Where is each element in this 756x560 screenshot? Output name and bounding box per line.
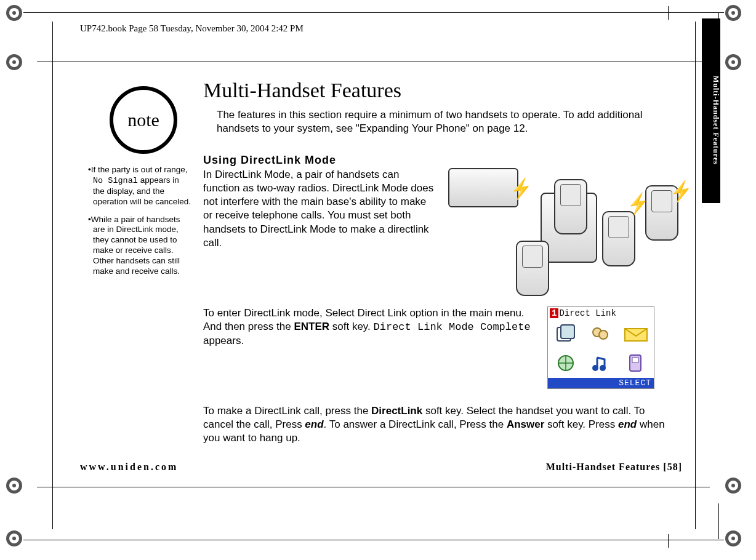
reg-mark-bl <box>6 530 22 546</box>
book-header: UP742.book Page 58 Tuesday, November 30,… <box>80 23 304 34</box>
note-text: If the party is out of range, <box>91 165 188 174</box>
phone-screen: 1Direct Link SELECT <box>547 306 654 389</box>
contacts-icon <box>583 319 618 349</box>
svg-point-3 <box>599 330 608 339</box>
section-heading: Using DirectLink Mode <box>203 154 671 167</box>
reg-mark-l2 <box>6 54 22 70</box>
svg-rect-9 <box>632 358 638 362</box>
note-item: •While a pair of handsets are in DirectL… <box>88 215 193 277</box>
paragraph: To enter DirectLink mode, Select Direct … <box>203 306 539 348</box>
side-tab: Multi-Handset Features <box>702 18 720 203</box>
crop-line <box>23 540 724 540</box>
reg-mark-br <box>725 530 741 546</box>
reg-mark-tr <box>725 5 741 21</box>
text: To make a DirectLink call, press the <box>203 405 371 417</box>
note-text: While a pair of handsets are in DirectLi… <box>91 215 180 276</box>
crop-line <box>695 22 696 529</box>
reg-mark-r3 <box>725 478 741 494</box>
text: appears. <box>203 335 244 346</box>
note-circle: note <box>110 86 177 154</box>
note-item: •If the party is out of range, No Signal… <box>88 165 193 207</box>
intro-paragraph: The features in this section require a m… <box>203 108 671 135</box>
crop-line <box>668 534 669 548</box>
crop-line <box>37 487 710 487</box>
text: soft key. <box>329 321 374 332</box>
screen-title: Direct Link <box>559 308 616 318</box>
note-column: note •If the party is out of range, No S… <box>88 86 193 284</box>
menu-icon <box>548 319 583 349</box>
svg-rect-1 <box>561 325 574 338</box>
footer-url: www.uniden.com <box>80 462 178 473</box>
page-title: Multi-Handset Features <box>203 79 671 102</box>
note-mono: No Signal <box>93 176 138 185</box>
svg-point-6 <box>592 365 598 371</box>
browse-icon <box>548 349 583 378</box>
crop-line <box>668 6 669 20</box>
crop-line <box>52 22 53 529</box>
reg-mark-l3 <box>6 478 22 494</box>
svg-point-7 <box>600 365 606 371</box>
key-name: Answer <box>507 418 544 430</box>
text: . To answer a DirectLink call, Press the <box>324 418 507 430</box>
softkey-label: SELECT <box>548 378 654 388</box>
crop-line <box>23 12 724 13</box>
page-footer: www.uniden.com Multi-Handset Features [5… <box>80 462 682 473</box>
paragraph: In DirectLink Mode, a pair of handsets c… <box>203 168 437 297</box>
settings-icon <box>619 349 654 378</box>
text: soft key. Press <box>544 418 618 430</box>
crop-line <box>37 62 710 62</box>
reg-mark-r2 <box>725 54 741 70</box>
mail-icon <box>619 319 654 349</box>
crop-line <box>718 503 719 539</box>
key-name: ENTER <box>294 321 329 332</box>
music-icon <box>583 349 618 378</box>
reg-mark-tl <box>6 5 22 21</box>
key-name: DirectLink <box>371 405 422 417</box>
display-text: Direct Link Mode Complete <box>374 321 531 333</box>
key-name: end <box>305 418 323 430</box>
main-content: Multi-Handset Features The features in t… <box>203 79 671 445</box>
paragraph: To make a DirectLink call, press the Dir… <box>203 404 671 445</box>
key-name: end <box>618 418 637 430</box>
handset-illustration: ⚡ ⚡ ⚡ <box>448 168 671 297</box>
footer-section: Multi-Handset Features [58] <box>546 462 682 473</box>
screen-number: 1 <box>550 308 558 318</box>
